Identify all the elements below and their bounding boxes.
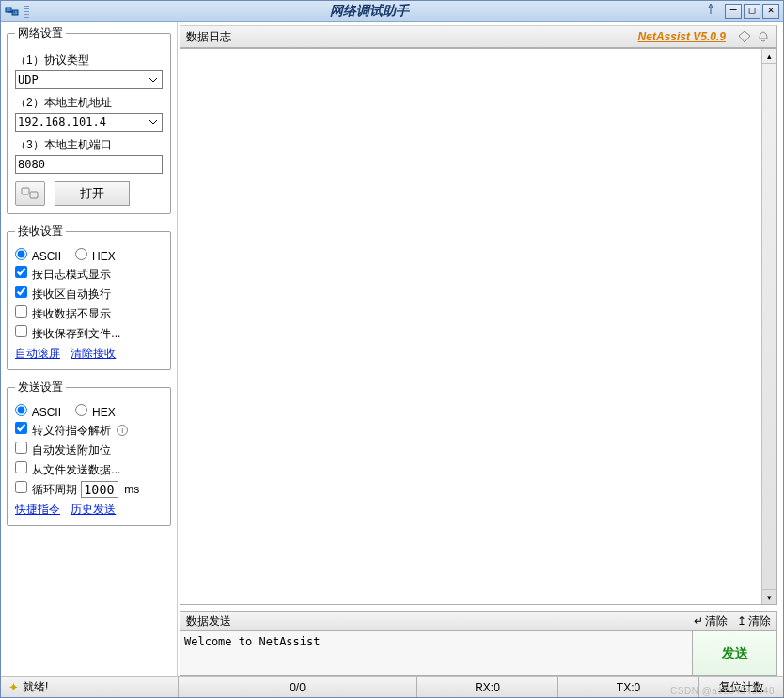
cycle-unit: ms: [124, 483, 139, 496]
log-area[interactable]: ▴ ▾: [180, 48, 777, 605]
send-label: 数据发送: [186, 613, 231, 629]
auto-scroll-link[interactable]: 自动滚屏: [15, 347, 60, 360]
recv-hide-check[interactable]: 接收数据不显示: [15, 305, 111, 322]
window-title: 网络调试助手: [35, 3, 704, 20]
app-icon: [5, 4, 20, 19]
send-ascii-radio[interactable]: ASCII: [15, 404, 61, 419]
log-label: 数据日志: [186, 29, 231, 45]
recv-log-check[interactable]: 按日志模式显示: [15, 266, 111, 283]
port-label: （3）本地主机端口: [15, 137, 163, 153]
status-ready: 就绪!: [23, 679, 48, 695]
cycle-input[interactable]: [81, 481, 118, 498]
network-legend: 网络设置: [15, 25, 66, 41]
clear-recv-link[interactable]: 清除接收: [71, 347, 116, 360]
pin-icon[interactable]: [704, 3, 717, 19]
svg-rect-3: [22, 188, 29, 194]
version-link[interactable]: NetAssist V5.0.9: [638, 30, 726, 43]
recv-wrap-check[interactable]: 接收区自动换行: [15, 286, 111, 302]
right-panel: 数据日志 NetAssist V5.0.9 ▴ ▾ 数据发送 ↵清除 ↥清除 发…: [178, 22, 783, 676]
send-hex-radio[interactable]: HEX: [75, 404, 116, 419]
protocol-label: （1）协议类型: [15, 53, 163, 69]
quick-cmd-link[interactable]: 快捷指令: [15, 503, 60, 516]
close-button[interactable]: ✕: [762, 4, 779, 19]
info-icon[interactable]: i: [117, 425, 128, 436]
status-rx: RX:0: [416, 677, 557, 697]
recv-legend: 接收设置: [15, 224, 66, 240]
scroll-down-icon[interactable]: ▾: [762, 589, 776, 604]
recv-save-check[interactable]: 接收保存到文件...: [15, 325, 120, 342]
maximize-button[interactable]: □: [744, 4, 760, 19]
send-textarea[interactable]: [180, 631, 693, 676]
send-escape-check[interactable]: 转义符指令解析: [15, 422, 111, 439]
link-icon-button[interactable]: [15, 181, 45, 206]
send-button[interactable]: 发送: [693, 631, 777, 676]
recv-hex-radio[interactable]: HEX: [75, 248, 116, 263]
watermark: CSDN @a1234543548: [670, 686, 775, 696]
send-append-check[interactable]: 自动发送附加位: [15, 442, 111, 458]
titlebar: 网络调试助手 ─ □ ✕: [1, 1, 783, 22]
svg-rect-0: [6, 8, 11, 12]
host-select[interactable]: 192.168.101.4: [15, 113, 163, 132]
send-header: 数据发送 ↵清除 ↥清除: [180, 611, 777, 631]
arrow-down-left-icon: ↵: [694, 614, 703, 628]
minimize-button[interactable]: ─: [725, 4, 742, 19]
send-settings-group: 发送设置 ASCII HEX 转义符指令解析i 自动发送附加位 从文件发送数据.…: [7, 380, 171, 526]
log-scrollbar[interactable]: ▴ ▾: [761, 49, 776, 604]
bell-icon[interactable]: [756, 29, 771, 44]
grip-icon: [24, 5, 29, 18]
log-header: 数据日志 NetAssist V5.0.9: [180, 25, 777, 48]
send-cycle-check[interactable]: 循环周期: [15, 481, 77, 498]
svg-rect-4: [30, 192, 38, 198]
send-legend: 发送设置: [15, 380, 66, 396]
history-link[interactable]: 历史发送: [71, 503, 116, 516]
wand-icon: ✦: [8, 680, 19, 694]
open-button[interactable]: 打开: [55, 181, 130, 206]
network-settings-group: 网络设置 （1）协议类型 UDP （2）本地主机地址 192.168.101.4…: [7, 25, 171, 214]
host-label: （2）本地主机地址: [15, 95, 163, 111]
status-bar: ✦ 就绪! 0/0 RX:0 TX:0 复位计数: [1, 676, 783, 697]
arrow-up-icon: ↥: [737, 614, 746, 628]
protocol-select[interactable]: UDP: [15, 70, 163, 89]
status-counter: 0/0: [178, 677, 416, 697]
recv-settings-group: 接收设置 ASCII HEX 按日志模式显示 接收区自动换行 接收数据不显示 接…: [7, 224, 171, 370]
diamond-icon[interactable]: [737, 29, 752, 44]
send-file-check[interactable]: 从文件发送数据...: [15, 461, 120, 478]
scroll-up-icon[interactable]: ▴: [762, 49, 776, 64]
clear-right-button[interactable]: ↥清除: [737, 613, 771, 629]
left-panel: 网络设置 （1）协议类型 UDP （2）本地主机地址 192.168.101.4…: [1, 22, 178, 676]
recv-ascii-radio[interactable]: ASCII: [15, 248, 61, 263]
clear-left-button[interactable]: ↵清除: [694, 613, 728, 629]
port-input[interactable]: [15, 155, 163, 174]
